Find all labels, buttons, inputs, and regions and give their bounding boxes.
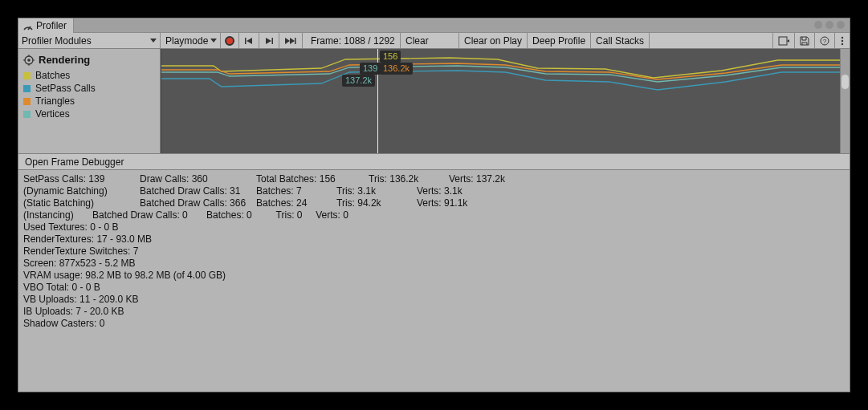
record-button[interactable] (221, 33, 239, 48)
legend-label: Batches (35, 70, 70, 81)
swatch (23, 72, 31, 79)
svg-marker-6 (290, 38, 295, 44)
stat-line: Shadow Casters: 0 (23, 318, 845, 330)
svg-rect-1 (245, 38, 247, 44)
svg-marker-2 (247, 38, 252, 44)
legend-title: Rendering (23, 52, 155, 69)
help-icon: ? (820, 36, 829, 46)
svg-point-14 (842, 43, 843, 44)
details-static-batching: (Static Batching) Batched Draw Calls: 36… (23, 197, 845, 209)
tab-profiler[interactable]: Profiler (18, 18, 74, 33)
vertical-scrollbar[interactable] (840, 49, 850, 153)
stat-line: RenderTextures: 17 - 93.0 MB (23, 233, 845, 246)
stat: Tris: 94.2k (336, 197, 417, 209)
call-stacks-button[interactable]: Call Stacks (591, 33, 650, 48)
rendering-details: SetPass Calls: 139 Draw Calls: 360 Total… (18, 170, 850, 392)
kebab-icon (840, 36, 845, 46)
legend-label: Triangles (35, 95, 75, 107)
frame-counter-text: Frame: 1088 / 1292 (311, 35, 395, 47)
dot[interactable] (825, 21, 833, 29)
swatch (23, 98, 31, 105)
open-frame-debugger-button[interactable]: Open Frame Debugger (23, 156, 125, 168)
graph-lines (161, 49, 840, 153)
stat: Verts: 91.1k (417, 197, 497, 209)
fast-forward-icon (284, 36, 297, 46)
stat: Total Batches: 156 (256, 173, 369, 185)
dot[interactable] (837, 21, 845, 29)
graph-tooltip: 139 (360, 63, 381, 75)
stat: Batched Draw Calls: 31 (140, 185, 256, 197)
stat: Draw Calls: 360 (140, 173, 256, 185)
svg-point-13 (842, 39, 843, 41)
save-icon (800, 36, 809, 46)
stat-line: RenderTexture Switches: 7 (23, 246, 845, 258)
help-button[interactable]: ? (814, 33, 834, 48)
stat: (Static Batching) (23, 197, 140, 209)
load-button[interactable] (772, 33, 794, 48)
frame-forward-button[interactable] (259, 33, 279, 48)
legend-item-triangles[interactable]: Triangles (23, 95, 155, 108)
details-dynamic-batching: (Dynamic Batching) Batched Draw Calls: 3… (23, 185, 845, 197)
toolbar-right: ? (772, 33, 850, 48)
swatch (23, 111, 31, 118)
frame-last-button[interactable] (279, 33, 303, 48)
dropdown-label: Profiler Modules (22, 35, 92, 47)
profiler-modules-dropdown[interactable]: Profiler Modules (18, 33, 161, 48)
profiler-window: Profiler Profiler Modules Playmode Frame… (18, 18, 850, 392)
graph-tooltip: 156 (380, 51, 401, 63)
import-icon (778, 36, 789, 46)
stat-line: Screen: 877x523 - 5.2 MB (23, 258, 845, 270)
stat: Batched Draw Calls: 366 (140, 197, 256, 209)
frame-counter: Frame: 1088 / 1292 (303, 33, 401, 48)
clear-on-play-button[interactable]: Clear on Play (459, 33, 528, 48)
swatch (23, 85, 31, 92)
stat: Verts: 137.2k (449, 173, 529, 185)
stat: Tris: 3.1k (336, 185, 417, 197)
graph-tooltip: 137.2k (342, 75, 375, 87)
dropdown-label: Playmode (165, 35, 208, 47)
skip-back-icon (244, 36, 254, 46)
legend-item-vertices[interactable]: Vertices (23, 108, 155, 120)
stat: SetPass Calls: 139 (23, 173, 140, 185)
profiler-graph[interactable]: 156 136.2k 139 137.2k (161, 49, 840, 153)
svg-marker-5 (285, 38, 290, 44)
profiler-body: Rendering Batches SetPass Calls Triangle… (18, 49, 850, 153)
frame-back-button[interactable] (239, 33, 259, 48)
stat: Verts: 3.1k (417, 185, 497, 197)
spacer (650, 33, 772, 48)
stat-line: VRAM usage: 98.2 MB to 98.2 MB (of 4.00 … (23, 270, 845, 282)
rendering-icon (23, 55, 35, 66)
tab-label: Profiler (36, 20, 67, 31)
graph-tooltip: 136.2k (380, 63, 413, 75)
clear-button[interactable]: Clear (401, 33, 459, 48)
stat-line: Used Textures: 0 - 0 B (23, 221, 845, 233)
stat-line: IB Uploads: 7 - 20.0 KB (23, 306, 845, 318)
button-label: Call Stacks (596, 35, 644, 47)
window-control-dots (814, 21, 845, 29)
svg-rect-8 (779, 37, 787, 45)
stat: Tris: 136.2k (369, 173, 449, 185)
svg-marker-4 (266, 38, 271, 44)
stat: Batches: 7 (256, 185, 336, 197)
details-instancing: (Instancing) Batched Draw Calls: 0 Batch… (23, 209, 845, 221)
context-menu-button[interactable] (834, 33, 850, 48)
legend-item-setpass[interactable]: SetPass Calls (23, 82, 155, 95)
save-button[interactable] (794, 33, 814, 48)
frame-debugger-bar: Open Frame Debugger (18, 153, 850, 170)
scrollbar-thumb[interactable] (842, 75, 849, 89)
deep-profile-button[interactable]: Deep Profile (528, 33, 591, 48)
svg-rect-7 (295, 38, 296, 44)
tab-bar: Profiler (18, 18, 850, 33)
stat-line: VB Uploads: 11 - 209.0 KB (23, 294, 845, 306)
svg-rect-3 (272, 38, 274, 44)
legend-item-batches[interactable]: Batches (23, 69, 155, 82)
dot[interactable] (814, 21, 822, 29)
toolbar: Profiler Modules Playmode Frame: 1088 / … (18, 33, 850, 49)
legend-label: Vertices (35, 108, 70, 120)
skip-forward-icon (264, 36, 274, 46)
svg-point-12 (842, 36, 843, 38)
playmode-dropdown[interactable]: Playmode (161, 33, 221, 48)
details-lines: Used Textures: 0 - 0 BRenderTextures: 17… (23, 221, 845, 330)
profiler-icon (23, 21, 33, 30)
button-label: Open Frame Debugger (25, 156, 124, 168)
